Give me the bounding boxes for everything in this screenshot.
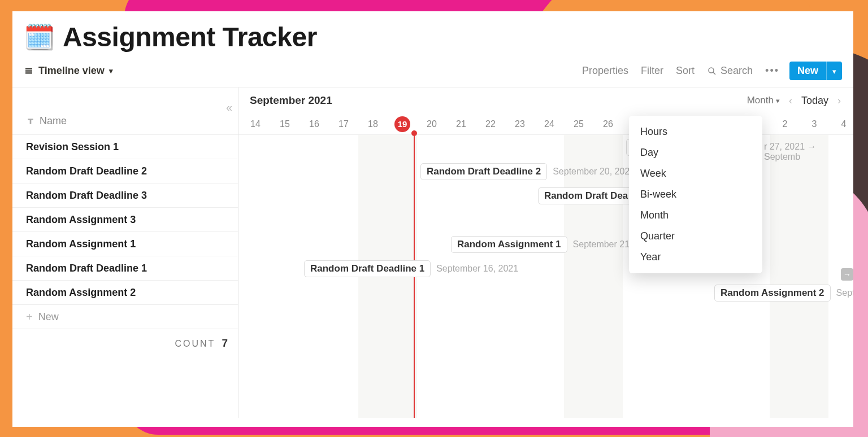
plus-icon: + bbox=[26, 311, 33, 324]
zoom-option-week[interactable]: Week bbox=[629, 163, 762, 184]
list-item[interactable]: Random Draft Deadline 1 bbox=[12, 256, 238, 281]
timeline-card[interactable]: Random Draft Dea bbox=[538, 187, 634, 205]
dots-icon: ••• bbox=[765, 65, 779, 77]
card-title: Random Assignment 2 bbox=[714, 285, 831, 301]
timeline-card[interactable]: Random Assignment 1 September 21, 20 bbox=[451, 235, 645, 254]
list-item[interactable]: Random Draft Deadline 2 bbox=[12, 159, 238, 183]
list-item-label: Random Assignment 2 bbox=[26, 287, 136, 299]
list-item-label: Random Draft Deadline 3 bbox=[26, 190, 147, 202]
card-title: Random Draft Dea bbox=[538, 187, 634, 204]
day-label-today: 19 bbox=[394, 116, 410, 132]
day-label: 3 bbox=[812, 119, 817, 129]
page-icon[interactable]: 🗓️ bbox=[24, 23, 55, 52]
card-title: Random Draft Deadline 1 bbox=[304, 260, 431, 277]
zoom-level-button[interactable]: Month ▾ bbox=[747, 95, 780, 106]
zoom-level-label: Month bbox=[747, 95, 774, 106]
list-item-label: Random Assignment 1 bbox=[26, 238, 136, 250]
day-label: 25 bbox=[574, 119, 584, 129]
timeline-card[interactable]: Random Draft Deadline 1 September 16, 20… bbox=[304, 260, 518, 278]
list-item[interactable]: Random Draft Deadline 3 bbox=[12, 183, 238, 208]
sidebar-header-label: Name bbox=[40, 115, 67, 127]
svg-line-1 bbox=[713, 72, 715, 74]
chevron-right-icon: › bbox=[837, 95, 841, 106]
search-label: Search bbox=[721, 65, 753, 77]
list-item-label: Random Draft Deadline 2 bbox=[26, 165, 147, 177]
arrow-right-icon: → bbox=[843, 270, 851, 279]
zoom-option-hours[interactable]: Hours bbox=[629, 121, 762, 142]
toolbar: Timeline view ▾ Properties Filter Sort S… bbox=[12, 58, 853, 87]
new-button-dropdown[interactable]: ▾ bbox=[826, 62, 842, 80]
chevron-down-icon: ▾ bbox=[832, 67, 836, 76]
weekend-shade bbox=[770, 135, 828, 418]
chevron-double-left-icon: « bbox=[226, 101, 232, 113]
day-label: 23 bbox=[515, 119, 525, 129]
timeline-card[interactable]: Random Assignment 2 Septe bbox=[714, 284, 853, 302]
zoom-option-biweek[interactable]: Bi-week bbox=[629, 184, 762, 205]
scroll-right-button[interactable]: → bbox=[841, 268, 853, 281]
card-title: Random Draft Deadline 2 bbox=[420, 163, 547, 180]
timeline-month-label: September 2021 bbox=[250, 94, 332, 107]
timeline-header: September 2021 Month ▾ ‹ Today › bbox=[238, 88, 853, 135]
chevron-down-icon: ▾ bbox=[776, 97, 780, 105]
day-label: 26 bbox=[603, 119, 613, 129]
next-period-button[interactable]: › bbox=[835, 95, 843, 107]
more-button[interactable]: ••• bbox=[765, 65, 779, 77]
text-property-icon bbox=[26, 117, 35, 126]
sort-button[interactable]: Sort bbox=[676, 65, 695, 77]
view-switcher-label: Timeline view bbox=[38, 65, 105, 77]
timeline-card[interactable]: Random Draft Deadline 2 September 20, 20… bbox=[420, 163, 630, 181]
day-label: 2 bbox=[783, 119, 788, 129]
search-icon bbox=[707, 66, 717, 76]
list-item[interactable]: Revision Session 1 bbox=[12, 135, 238, 159]
new-row-label: New bbox=[38, 311, 59, 323]
collapse-sidebar-button[interactable]: « bbox=[226, 101, 232, 114]
prev-period-button[interactable]: ‹ bbox=[787, 95, 795, 107]
list-item[interactable]: Random Assignment 2 bbox=[12, 281, 238, 305]
search-button[interactable]: Search bbox=[707, 65, 753, 77]
list-icon bbox=[24, 66, 34, 76]
list-item-label: Random Draft Deadline 1 bbox=[26, 263, 147, 274]
list-item-label: Random Assignment 3 bbox=[26, 214, 136, 226]
content-area: « Name Revision Session 1 Random Draft D… bbox=[12, 87, 853, 418]
page-title[interactable]: Assignment Tracker bbox=[63, 21, 317, 53]
zoom-option-year[interactable]: Year bbox=[629, 247, 762, 268]
day-label: 17 bbox=[338, 119, 349, 129]
view-switcher[interactable]: Timeline view ▾ bbox=[24, 65, 113, 77]
new-row-button[interactable]: + New bbox=[12, 305, 238, 329]
card-date: Septe bbox=[836, 288, 853, 298]
list-item[interactable]: Random Assignment 3 bbox=[12, 208, 238, 232]
day-label: 18 bbox=[368, 119, 378, 129]
card-title: Random Assignment 1 bbox=[451, 236, 567, 253]
filter-button[interactable]: Filter bbox=[641, 65, 663, 77]
chevron-left-icon: ‹ bbox=[789, 95, 792, 106]
properties-button[interactable]: Properties bbox=[582, 65, 628, 77]
count-summary[interactable]: COUNT 7 bbox=[12, 329, 238, 357]
day-label: 4 bbox=[841, 119, 847, 129]
chevron-down-icon: ▾ bbox=[109, 67, 113, 75]
day-label: 16 bbox=[309, 119, 319, 129]
card-date: September 20, 202 bbox=[553, 167, 630, 177]
count-label: COUNT bbox=[175, 339, 215, 348]
zoom-option-quarter[interactable]: Quarter bbox=[629, 226, 762, 247]
list-item-label: Revision Session 1 bbox=[26, 141, 119, 153]
today-button[interactable]: Today bbox=[801, 95, 828, 107]
sidebar-column-header[interactable]: Name bbox=[12, 113, 238, 135]
list-item[interactable]: Random Assignment 1 bbox=[12, 232, 238, 256]
timeline: September 2021 Month ▾ ‹ Today › bbox=[238, 88, 853, 418]
day-label: 14 bbox=[250, 119, 261, 129]
day-label: 15 bbox=[280, 119, 290, 129]
day-label: 24 bbox=[544, 119, 554, 129]
day-label: 21 bbox=[456, 119, 466, 129]
card-date: r 27, 2021 → Septemb bbox=[764, 142, 853, 162]
page-header: 🗓️ Assignment Tracker bbox=[12, 11, 853, 58]
zoom-option-month[interactable]: Month bbox=[629, 205, 762, 226]
timeline-controls: Month ▾ ‹ Today › bbox=[747, 95, 843, 107]
count-value: 7 bbox=[222, 337, 228, 349]
zoom-option-day[interactable]: Day bbox=[629, 142, 762, 163]
app-window: 🗓️ Assignment Tracker Timeline view ▾ Pr… bbox=[12, 11, 853, 427]
new-button[interactable]: New bbox=[789, 62, 826, 80]
new-button-group: New ▾ bbox=[789, 62, 842, 80]
zoom-dropdown: Hours Day Week Bi-week Month Quarter Yea… bbox=[629, 116, 762, 273]
day-label: 20 bbox=[427, 119, 437, 129]
day-label: 22 bbox=[485, 119, 496, 129]
